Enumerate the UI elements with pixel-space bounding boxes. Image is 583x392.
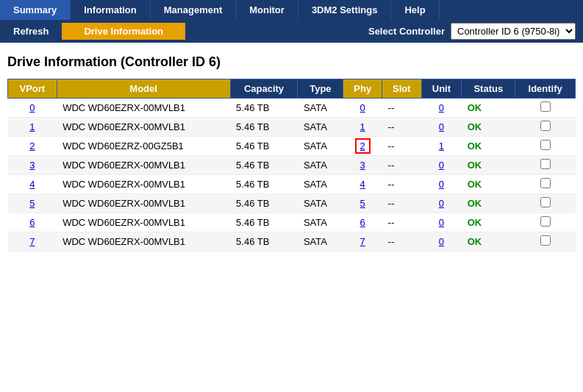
refresh-button[interactable]: Refresh (0, 23, 62, 40)
col-phy: Phy (343, 79, 382, 99)
type-cell: SATA (298, 99, 343, 118)
unit-link[interactable]: 1 (439, 140, 444, 152)
select-controller-label: Select Controller (368, 26, 451, 37)
capacity-cell: 5.46 TB (230, 118, 298, 137)
unit-link[interactable]: 0 (439, 102, 444, 113)
top-nav: SummaryInformationManagementMonitor3DM2 … (0, 0, 583, 20)
nav-tab-3dm2settings[interactable]: 3DM2 Settings (298, 0, 392, 20)
identify-checkbox[interactable] (540, 197, 551, 207)
vport-link[interactable]: 7 (29, 236, 35, 247)
vport-link[interactable]: 0 (29, 102, 35, 113)
phy-link[interactable]: 4 (360, 179, 365, 190)
status-cell: OK (462, 156, 515, 175)
unit-link[interactable]: 0 (439, 236, 444, 247)
nav-tab-management[interactable]: Management (151, 0, 236, 20)
identify-checkbox[interactable] (540, 159, 551, 169)
type-cell: SATA (298, 118, 343, 137)
capacity-cell: 5.46 TB (230, 156, 298, 175)
controller-select[interactable]: Controller ID 6 (9750-8i) (451, 23, 576, 40)
phy-link[interactable]: 6 (360, 217, 365, 228)
type-cell: SATA (298, 175, 343, 194)
table-header-row: VPort Model Capacity Type Phy Slot Unit … (8, 79, 576, 99)
nav-tab-help[interactable]: Help (391, 0, 439, 20)
identify-checkbox[interactable] (540, 101, 551, 112)
capacity-cell: 5.46 TB (230, 175, 298, 194)
type-cell: SATA (298, 232, 343, 252)
col-identify: Identify (515, 79, 576, 99)
unit-link[interactable]: 0 (439, 121, 444, 132)
table-row: 7WDC WD60EZRX-00MVLB15.46 TBSATA7--0OK (8, 232, 576, 252)
type-cell: SATA (298, 194, 343, 213)
phy-highlighted-link[interactable]: 2 (355, 138, 371, 154)
vport-link[interactable]: 5 (29, 198, 35, 209)
status-cell: OK (462, 175, 515, 194)
capacity-cell: 5.46 TB (230, 99, 298, 118)
identify-checkbox[interactable] (540, 178, 551, 188)
phy-link[interactable]: 7 (360, 236, 365, 247)
type-cell: SATA (298, 156, 343, 175)
nav-tab-monitor[interactable]: Monitor (236, 0, 298, 20)
table-row: 3WDC WD60EZRX-00MVLB15.46 TBSATA3--0OK (8, 156, 576, 175)
col-status: Status (462, 79, 515, 99)
slot-cell: -- (382, 232, 422, 252)
col-capacity: Capacity (230, 79, 298, 99)
vport-link[interactable]: 1 (29, 121, 35, 132)
col-model: Model (57, 79, 230, 99)
slot-cell: -- (382, 175, 422, 194)
status-cell: OK (462, 99, 515, 118)
nav-tab-information[interactable]: Information (71, 0, 151, 20)
model-cell: WDC WD60EZRZ-00GZ5B1 (57, 137, 230, 156)
capacity-cell: 5.46 TB (230, 194, 298, 213)
table-row: 1WDC WD60EZRX-00MVLB15.46 TBSATA1--0OK (8, 118, 576, 137)
unit-link[interactable]: 0 (439, 198, 444, 209)
page-title: Drive Information (Controller ID 6) (7, 54, 576, 70)
unit-link[interactable]: 0 (439, 160, 444, 171)
status-cell: OK (462, 232, 515, 252)
phy-link[interactable]: 0 (360, 102, 365, 113)
slot-cell: -- (382, 99, 422, 118)
vport-link[interactable]: 4 (29, 179, 35, 190)
vport-link[interactable]: 3 (29, 160, 35, 171)
identify-checkbox[interactable] (540, 140, 551, 150)
slot-cell: -- (382, 118, 422, 137)
slot-cell: -- (382, 213, 422, 232)
phy-link[interactable]: 3 (360, 160, 365, 171)
type-cell: SATA (298, 137, 343, 156)
drive-table: VPort Model Capacity Type Phy Slot Unit … (7, 79, 576, 252)
status-cell: OK (462, 118, 515, 137)
table-row: 2WDC WD60EZRZ-00GZ5B15.46 TBSATA2--1OK (8, 137, 576, 156)
phy-link[interactable]: 1 (360, 121, 365, 132)
status-cell: OK (462, 194, 515, 213)
slot-cell: -- (382, 137, 422, 156)
model-cell: WDC WD60EZRX-00MVLB1 (57, 99, 230, 118)
col-type: Type (298, 79, 343, 99)
table-row: 5WDC WD60EZRX-00MVLB15.46 TBSATA5--0OK (8, 194, 576, 213)
table-row: 0WDC WD60EZRX-00MVLB15.46 TBSATA0--0OK (8, 99, 576, 118)
model-cell: WDC WD60EZRX-00MVLB1 (57, 194, 230, 213)
col-unit: Unit (421, 79, 462, 99)
slot-cell: -- (382, 194, 422, 213)
model-cell: WDC WD60EZRX-00MVLB1 (57, 156, 230, 175)
vport-link[interactable]: 2 (29, 140, 35, 152)
slot-cell: -- (382, 156, 422, 175)
capacity-cell: 5.46 TB (230, 232, 298, 252)
vport-link[interactable]: 6 (29, 217, 35, 228)
identify-checkbox[interactable] (540, 121, 551, 131)
capacity-cell: 5.46 TB (230, 137, 298, 156)
table-row: 4WDC WD60EZRX-00MVLB15.46 TBSATA4--0OK (8, 175, 576, 194)
phy-link[interactable]: 5 (360, 198, 365, 209)
model-cell: WDC WD60EZRX-00MVLB1 (57, 213, 230, 232)
second-bar: Refresh Drive Information Select Control… (0, 20, 583, 43)
capacity-cell: 5.46 TB (230, 213, 298, 232)
main-content: Drive Information (Controller ID 6) VPor… (0, 43, 583, 259)
identify-checkbox[interactable] (540, 235, 551, 246)
drive-info-tab: Drive Information (62, 23, 185, 40)
identify-checkbox[interactable] (540, 216, 551, 227)
nav-tab-summary[interactable]: Summary (0, 0, 71, 20)
col-slot: Slot (382, 79, 422, 99)
col-vport: VPort (8, 79, 57, 99)
model-cell: WDC WD60EZRX-00MVLB1 (57, 118, 230, 137)
table-row: 6WDC WD60EZRX-00MVLB15.46 TBSATA6--0OK (8, 213, 576, 232)
unit-link[interactable]: 0 (439, 217, 444, 228)
unit-link[interactable]: 0 (439, 179, 444, 190)
